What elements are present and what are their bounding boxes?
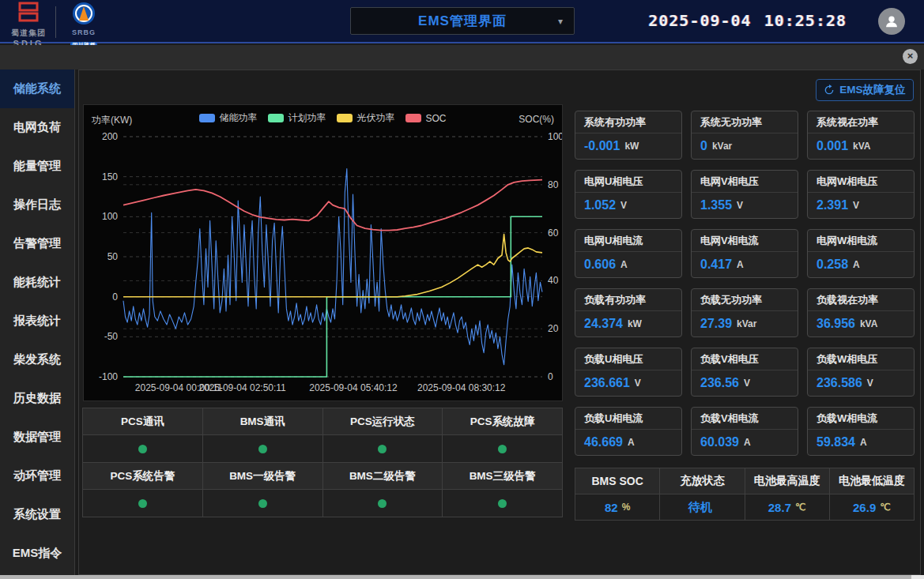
metric-label: 电网W相电流 [808, 230, 914, 252]
sidebar-item-历史数据[interactable]: 历史数据 [0, 379, 74, 418]
ems-fault-reset-label: EMS故障复位 [839, 83, 905, 97]
sidebar-item-能耗统计[interactable]: 能耗统计 [0, 263, 74, 302]
metric-value: 236.586 [817, 376, 862, 390]
tab-strip: × [0, 45, 924, 70]
view-selector-dropdown[interactable]: EMS管理界面 ▾ [350, 7, 575, 35]
svg-text:200: 200 [102, 131, 118, 142]
sidebar-item-储能系统[interactable]: 储能系统 [0, 70, 74, 108]
metric-unit: kVar [737, 318, 756, 329]
sidebar-item-告警管理[interactable]: 告警管理 [0, 224, 74, 263]
legend-item[interactable]: 计划功率 [268, 111, 326, 125]
metric-label: 负载U相电流 [575, 408, 681, 430]
metric-value: -0.001 [584, 139, 620, 153]
status-cell [203, 435, 322, 462]
legend-item[interactable]: 光伏功率 [337, 111, 394, 125]
sidebar-item-操作日志[interactable]: 操作日志 [0, 186, 74, 224]
sidebar-item-EMS指令[interactable]: EMS指令 [0, 534, 74, 573]
sidebar-item-动环管理[interactable]: 动环管理 [0, 457, 74, 495]
status-ok-dot-icon [498, 499, 507, 508]
metric-value: 1.355 [700, 198, 732, 212]
metric-card: 负载U相电流 46.669 A [575, 407, 682, 456]
sidebar-item-柴发系统[interactable]: 柴发系统 [0, 340, 74, 379]
metric-unit: A [737, 259, 744, 270]
metric-label: 系统有功功率 [575, 111, 681, 133]
bms-summary-table: BMS SOC充放状态电池最高温度电池最低温度 82 % 待机 28.7 ℃ 2… [575, 468, 915, 521]
svg-text:-50: -50 [104, 331, 119, 342]
horizontal-scrollbar[interactable] [0, 575, 924, 579]
legend-item[interactable]: 储能功率 [199, 111, 257, 125]
metric-card: 负载U相电压 236.661 V [575, 348, 682, 397]
metric-cards-grid: 系统有功功率 -0.001 kW 系统无功功率 0 kVar 系统视在功率 0.… [575, 111, 915, 456]
sdig-logo-icon [17, 2, 40, 24]
pcs-bms-status-table: PCS通讯BMS通讯PCS运行状态PCS系统故障PCS系统告警BMS一级告警BM… [82, 408, 563, 517]
metric-value: 0.417 [700, 258, 732, 272]
metric-label: 负载无功功率 [692, 289, 798, 311]
metric-value: 1.052 [584, 198, 616, 212]
bms-column-header: BMS SOC [575, 468, 659, 494]
srbg-abbr: SRBG [66, 28, 101, 36]
legend-label: SOC [425, 113, 446, 124]
metric-unit: kVA [860, 318, 877, 329]
svg-text:40: 40 [548, 275, 559, 286]
metric-label: 电网U相电压 [575, 171, 681, 193]
svg-text:2025-09-04 05:40:12: 2025-09-04 05:40:12 [309, 382, 398, 393]
metric-value: 0.001 [817, 139, 848, 153]
svg-text:100: 100 [548, 131, 562, 142]
metric-label: 负载W相电压 [808, 348, 914, 370]
bms-column-header: 电池最高温度 [745, 468, 829, 494]
status-label: BMS一级告警 [203, 463, 322, 489]
bms-value: 28.7 [768, 501, 791, 514]
chevron-down-icon: ▾ [558, 16, 563, 27]
svg-text:60: 60 [548, 227, 559, 239]
sidebar-item-系统设置[interactable]: 系统设置 [0, 495, 74, 534]
metric-label: 负载有功功率 [575, 289, 681, 311]
legend-color-chip [199, 114, 215, 122]
sdig-name: 蜀道集团 [6, 28, 51, 39]
metric-label: 电网V相电流 [692, 230, 798, 252]
legend-color-chip [337, 114, 353, 122]
metric-value: 236.56 [700, 376, 739, 390]
svg-text:150: 150 [102, 171, 118, 182]
metric-value: 36.956 [817, 317, 855, 331]
metric-card: 负载V相电压 236.56 V [691, 348, 798, 397]
status-label: PCS运行状态 [323, 408, 443, 434]
metric-unit: V [853, 200, 859, 211]
metric-unit: A [620, 259, 628, 270]
metric-value: 24.374 [584, 317, 623, 331]
status-label: PCS通讯 [83, 408, 202, 434]
sidebar-item-报表统计[interactable]: 报表统计 [0, 302, 74, 340]
metric-label: 负载W相电流 [808, 408, 914, 430]
bms-value: 待机 [688, 500, 712, 515]
close-icon[interactable]: × [903, 49, 918, 64]
status-label: PCS系统故障 [443, 408, 562, 434]
status-cell [83, 435, 202, 462]
metric-card: 电网U相电压 1.052 V [575, 170, 682, 219]
sidebar-item-数据管理[interactable]: 数据管理 [0, 418, 74, 457]
bms-unit: ℃ [795, 502, 805, 513]
header-bar: 蜀道集团 SDIG SRBG 四川路桥 EMS管理界面 ▾ 2025-09-04… [0, 0, 924, 43]
metric-value: 59.834 [817, 435, 855, 449]
logo-divider [55, 6, 56, 38]
metric-unit: A [853, 259, 860, 270]
user-avatar[interactable] [878, 8, 905, 35]
time-text: 10:25:28 [764, 11, 847, 30]
svg-text:0: 0 [548, 371, 553, 382]
power-soc-chart: 200150100500-50-1001008060402002025-09-0… [83, 104, 563, 401]
metric-label: 系统视在功率 [808, 111, 914, 133]
metric-unit: V [867, 378, 873, 389]
srbg-logo: SRBG 四川路桥 [66, 2, 101, 51]
legend-color-chip [405, 114, 421, 122]
bms-unit: % [622, 502, 631, 513]
status-cell [83, 490, 202, 517]
metric-card: 电网U相电流 0.606 A [575, 229, 682, 278]
status-label: BMS三级告警 [443, 463, 562, 489]
view-selector-label: EMS管理界面 [418, 12, 507, 30]
datetime-display: 2025-09-04 10:25:28 [648, 11, 847, 30]
sidebar-item-电网负荷[interactable]: 电网负荷 [0, 108, 74, 147]
status-label: PCS系统告警 [83, 463, 202, 489]
legend-item[interactable]: SOC [405, 111, 446, 125]
svg-text:-100: -100 [99, 371, 118, 382]
user-icon [883, 13, 900, 30]
sidebar-item-能量管理[interactable]: 能量管理 [0, 147, 74, 186]
ems-fault-reset-button[interactable]: EMS故障复位 [816, 79, 914, 101]
